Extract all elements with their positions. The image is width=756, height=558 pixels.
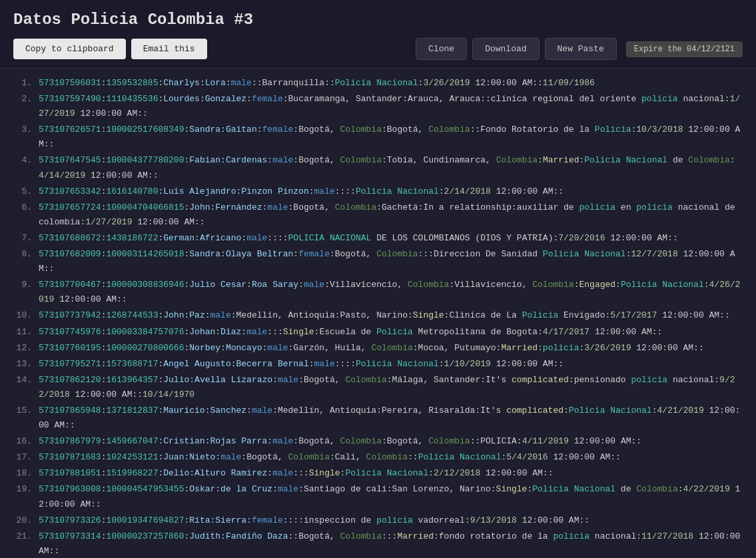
- table-row: 19.573107963008:100004547953455:Oskar:de…: [11, 481, 745, 512]
- line-number: 1.: [11, 76, 32, 91]
- line-number: 3.: [11, 123, 32, 152]
- line-content: 573107597490:1110435536:Lourdes:Gonzalez…: [39, 92, 745, 121]
- table-row: 20.573107973326:100019347694827:Rita:Sie…: [11, 513, 745, 529]
- line-number: 13.: [11, 357, 32, 372]
- table-row: 4.573107647545:100004377780200:Fabian:Ca…: [11, 152, 745, 183]
- line-content: 573107688672:1438186722:German:Africano:…: [39, 231, 745, 246]
- table-row: 2.573107597490:1110435536:Lourdes:Gonzal…: [11, 91, 745, 122]
- line-content: 573107682009:100003114265018:Sandra:Olay…: [39, 247, 745, 276]
- line-number: 18.: [11, 466, 32, 481]
- line-number: 4.: [11, 153, 32, 182]
- line-number: 14.: [11, 373, 32, 402]
- new-paste-button[interactable]: New Paste: [545, 38, 617, 60]
- line-content: 573107795271:1573688717:Angel Augusto:Be…: [39, 357, 745, 372]
- copy-button[interactable]: Copy to clipboard: [13, 39, 126, 59]
- email-button[interactable]: Email this: [131, 39, 207, 59]
- paste-content: 1.573107596031:1359532885:Charlys:Lora:m…: [0, 69, 756, 558]
- line-content: 573107647545:100004377780200:Fabian:Card…: [39, 153, 745, 182]
- line-content: 573107653342:1616140780:Luis Alejandro:P…: [39, 184, 745, 199]
- table-row: 6.573107657724:100004704066815:John:Fern…: [11, 200, 745, 230]
- table-row: 5.573107653342:1616140780:Luis Alejandro…: [11, 184, 745, 200]
- table-row: 8.573107682009:100003114265018:Sandra:Ol…: [11, 246, 745, 277]
- expire-tooltip: Expire the 04/12/2121: [626, 41, 743, 57]
- line-number: 17.: [11, 450, 32, 465]
- clone-button[interactable]: Clone: [416, 38, 467, 60]
- table-row: 10.573107737942:1268744533:John:Paz:male…: [11, 308, 745, 324]
- line-content: 573107737942:1268744533:John:Paz:male:Me…: [39, 308, 745, 323]
- table-row: 14.573107862120:1613964357:Julio:Avella …: [11, 372, 745, 403]
- table-row: 1.573107596031:1359532885:Charlys:Lora:m…: [11, 75, 745, 91]
- table-row: 11.573107745976:100003384757076:Johan:Di…: [11, 324, 745, 340]
- download-button[interactable]: Download: [472, 38, 539, 60]
- line-content: 573107871683:1024253121:Juan:Nieto:male:…: [39, 450, 745, 465]
- line-content: 573107745976:100003384757076:Johan:Diaz:…: [39, 325, 745, 340]
- line-content: 573107862120:1613964357:Julio:Avella Liz…: [39, 373, 745, 402]
- table-row: 17.573107871683:1024253121:Juan:Nieto:ma…: [11, 449, 745, 465]
- line-number: 10.: [11, 308, 32, 323]
- table-row: 12.573107760195:100000270800666:Norbey:M…: [11, 340, 745, 356]
- table-row: 7.573107688672:1438186722:German:African…: [11, 230, 745, 246]
- line-number: 20.: [11, 513, 32, 528]
- line-number: 19.: [11, 482, 32, 511]
- table-row: 18.573107881051:1519968227:Delio:Alturo …: [11, 465, 745, 481]
- line-content: 573107626571:100002517608349:Sandra:Gait…: [39, 123, 745, 152]
- table-row: 3.573107626571:100002517608349:Sandra:Ga…: [11, 122, 745, 152]
- table-row: 16.573107867979:1459667047:Cristian:Roja…: [11, 433, 745, 449]
- line-number: 9.: [11, 278, 32, 307]
- table-row: 13.573107795271:1573688717:Angel Augusto…: [11, 356, 745, 372]
- line-content: 573107973314:100000237257860:Judith:Fand…: [39, 529, 745, 558]
- line-number: 7.: [11, 231, 32, 246]
- line-number: 11.: [11, 325, 32, 340]
- line-number: 6.: [11, 200, 32, 230]
- line-number: 16.: [11, 434, 32, 449]
- line-number: 12.: [11, 341, 32, 356]
- page-title: Datos Policia Colombia #3: [13, 11, 743, 29]
- line-content: 573107963008:100004547953455:Oskar:de la…: [39, 482, 745, 511]
- line-content: 573107657724:100004704066815:John:Fernán…: [39, 200, 745, 230]
- line-number: 2.: [11, 92, 32, 121]
- table-row: 21.573107973314:100000237257860:Judith:F…: [11, 529, 745, 558]
- line-content: 573107973326:100019347694827:Rita:Sierra…: [39, 513, 745, 528]
- line-content: 573107881051:1519968227:Delio:Alturo Ram…: [39, 466, 745, 481]
- line-content: 573107865948:1371812837:Mauricio:Sanchez…: [39, 404, 745, 433]
- table-row: 9.573107700467:100000308836946:Julio Ces…: [11, 277, 745, 308]
- line-content: 573107596031:1359532885:Charlys:Lora:mal…: [39, 76, 745, 91]
- page-header: Datos Policia Colombia #3 Copy to clipbo…: [0, 0, 756, 69]
- line-content: 573107760195:100000270800666:Norbey:Monc…: [39, 341, 745, 356]
- line-number: 21.: [11, 529, 32, 558]
- line-content: 573107867979:1459667047:Cristian:Rojas P…: [39, 434, 745, 449]
- table-row: 15.573107865948:1371812837:Mauricio:Sanc…: [11, 403, 745, 433]
- line-number: 15.: [11, 404, 32, 433]
- line-number: 5.: [11, 184, 32, 199]
- toolbar: Copy to clipboard Email this Clone Downl…: [13, 38, 743, 60]
- line-content: 573107700467:100000308836946:Julio Cesar…: [39, 278, 745, 307]
- line-number: 8.: [11, 247, 32, 276]
